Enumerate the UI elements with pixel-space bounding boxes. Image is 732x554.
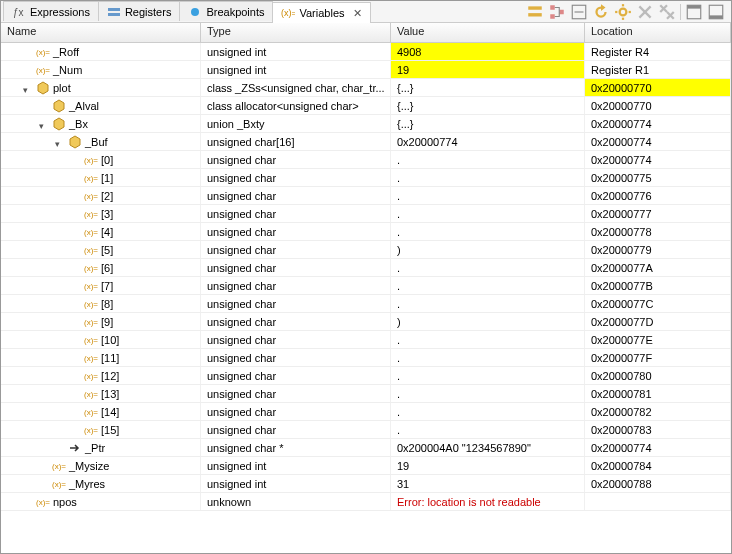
view-tabbar: ƒxExpressionsRegistersBreakpoints(x)=Var… bbox=[1, 1, 731, 23]
table-row[interactable]: (x)=[2]unsigned char.0x20000776 bbox=[1, 187, 731, 205]
table-row[interactable]: _Ptrunsigned char *0x200004A0 "123456789… bbox=[1, 439, 731, 457]
value-cell[interactable]: . bbox=[391, 295, 585, 312]
toolbar-show-type-icon[interactable] bbox=[526, 3, 544, 21]
table-row[interactable]: (x)=[14]unsigned char.0x20000782 bbox=[1, 403, 731, 421]
variable-icon: (x)= bbox=[84, 405, 98, 419]
table-row[interactable]: _Alvalclass allocator<unsigned char>{...… bbox=[1, 97, 731, 115]
value-cell[interactable]: . bbox=[391, 385, 585, 402]
value-cell[interactable]: . bbox=[391, 259, 585, 276]
value-cell[interactable]: . bbox=[391, 223, 585, 240]
value-cell[interactable]: . bbox=[391, 349, 585, 366]
toolbar-settings-icon[interactable] bbox=[614, 3, 632, 21]
twisty-placeholder bbox=[71, 209, 81, 219]
location-cell: 0x2000077A bbox=[585, 259, 731, 276]
table-row[interactable]: (x)=_Numunsigned int19Register R1 bbox=[1, 61, 731, 79]
svg-rect-1 bbox=[108, 8, 120, 11]
expand-icon[interactable] bbox=[39, 119, 49, 129]
table-row[interactable]: (x)=[12]unsigned char.0x20000780 bbox=[1, 367, 731, 385]
name-cell: (x)=[3] bbox=[1, 205, 201, 222]
toolbar-refresh-icon[interactable] bbox=[592, 3, 610, 21]
table-row[interactable]: (x)=[9]unsigned char)0x2000077D bbox=[1, 313, 731, 331]
toolbar-tree-icon[interactable] bbox=[548, 3, 566, 21]
variables-view: ƒxExpressionsRegistersBreakpoints(x)=Var… bbox=[0, 0, 732, 554]
tab-breakpoints[interactable]: Breakpoints bbox=[179, 1, 273, 21]
tab-registers[interactable]: Registers bbox=[98, 1, 180, 21]
toolbar-maximize-icon[interactable] bbox=[707, 3, 725, 21]
table-row[interactable]: _Bufunsigned char[16]0x200007740x2000077… bbox=[1, 133, 731, 151]
value-cell[interactable]: . bbox=[391, 151, 585, 168]
value-cell[interactable]: . bbox=[391, 277, 585, 294]
table-row[interactable]: (x)=[6]unsigned char.0x2000077A bbox=[1, 259, 731, 277]
toolbar-remove-icon[interactable] bbox=[636, 3, 654, 21]
value-cell[interactable]: ) bbox=[391, 313, 585, 330]
variables-grid[interactable]: (x)=_Roffunsigned int4908Register R4(x)=… bbox=[1, 43, 731, 553]
tab-label: Expressions bbox=[30, 6, 90, 18]
value-cell[interactable]: . bbox=[391, 205, 585, 222]
table-row[interactable]: (x)=[5]unsigned char)0x20000779 bbox=[1, 241, 731, 259]
type-cell: unsigned char[16] bbox=[201, 133, 391, 150]
variable-icon: (x)= bbox=[84, 279, 98, 293]
value-cell[interactable]: 31 bbox=[391, 475, 585, 492]
location-cell bbox=[585, 493, 731, 510]
header-name[interactable]: Name bbox=[1, 23, 201, 42]
table-row[interactable]: (x)=[13]unsigned char.0x20000781 bbox=[1, 385, 731, 403]
close-icon[interactable]: ✕ bbox=[353, 7, 362, 20]
expand-icon[interactable] bbox=[55, 137, 65, 147]
expand-icon[interactable] bbox=[23, 83, 33, 93]
tab-variables[interactable]: (x)=Variables✕ bbox=[272, 2, 370, 23]
table-row[interactable]: plotclass _ZSs<unsigned char, char_tr...… bbox=[1, 79, 731, 97]
twisty-placeholder bbox=[71, 353, 81, 363]
header-type[interactable]: Type bbox=[201, 23, 391, 42]
value-cell[interactable]: . bbox=[391, 421, 585, 438]
table-row[interactable]: (x)=[11]unsigned char.0x2000077F bbox=[1, 349, 731, 367]
value-cell[interactable]: . bbox=[391, 187, 585, 204]
value-cell[interactable]: . bbox=[391, 367, 585, 384]
table-row[interactable]: (x)=[8]unsigned char.0x2000077C bbox=[1, 295, 731, 313]
table-row[interactable]: (x)=[4]unsigned char.0x20000778 bbox=[1, 223, 731, 241]
svg-text:(x)=: (x)= bbox=[84, 156, 98, 165]
toolbar-remove-all-icon[interactable] bbox=[658, 3, 676, 21]
tab-expressions[interactable]: ƒxExpressions bbox=[3, 1, 99, 21]
location-cell: 0x20000778 bbox=[585, 223, 731, 240]
header-value[interactable]: Value bbox=[391, 23, 585, 42]
svg-text:(x)=: (x)= bbox=[84, 246, 98, 255]
value-cell[interactable]: . bbox=[391, 331, 585, 348]
value-cell[interactable]: Error: location is not readable bbox=[391, 493, 585, 510]
value-cell[interactable]: ) bbox=[391, 241, 585, 258]
value-cell[interactable]: {...} bbox=[391, 79, 585, 96]
name-cell: (x)=[1] bbox=[1, 169, 201, 186]
value-cell[interactable]: 4908 bbox=[391, 43, 585, 60]
table-row[interactable]: (x)=nposunknownError: location is not re… bbox=[1, 493, 731, 511]
table-row[interactable]: (x)=_Mysizeunsigned int190x20000784 bbox=[1, 457, 731, 475]
value-cell[interactable]: 19 bbox=[391, 61, 585, 78]
table-row[interactable]: (x)=[10]unsigned char.0x2000077E bbox=[1, 331, 731, 349]
value-cell[interactable]: {...} bbox=[391, 115, 585, 132]
table-row[interactable]: (x)=[7]unsigned char.0x2000077B bbox=[1, 277, 731, 295]
table-row[interactable]: (x)=_Myresunsigned int310x20000788 bbox=[1, 475, 731, 493]
svg-text:(x)=: (x)= bbox=[52, 480, 66, 489]
header-location[interactable]: Location bbox=[585, 23, 731, 42]
twisty-placeholder bbox=[39, 101, 49, 111]
variable-name: _Mysize bbox=[69, 460, 109, 472]
location-cell: 0x2000077C bbox=[585, 295, 731, 312]
value-cell[interactable]: . bbox=[391, 169, 585, 186]
table-row[interactable]: (x)=_Roffunsigned int4908Register R4 bbox=[1, 43, 731, 61]
value-cell[interactable]: . bbox=[391, 403, 585, 420]
variable-name: [7] bbox=[101, 280, 113, 292]
svg-text:(x)=: (x)= bbox=[84, 192, 98, 201]
table-row[interactable]: (x)=[15]unsigned char.0x20000783 bbox=[1, 421, 731, 439]
toolbar-collapse-icon[interactable] bbox=[570, 3, 588, 21]
value-cell[interactable]: 0x20000774 bbox=[391, 133, 585, 150]
variable-name: _Alval bbox=[69, 100, 99, 112]
table-row[interactable]: (x)=[1]unsigned char.0x20000775 bbox=[1, 169, 731, 187]
variable-icon: (x)= bbox=[84, 153, 98, 167]
table-row[interactable]: (x)=[0]unsigned char.0x20000774 bbox=[1, 151, 731, 169]
toolbar-minimize-icon[interactable] bbox=[685, 3, 703, 21]
type-cell: unsigned int bbox=[201, 43, 391, 60]
value-cell[interactable]: 0x200004A0 "1234567890" bbox=[391, 439, 585, 456]
value-cell[interactable]: 19 bbox=[391, 457, 585, 474]
table-row[interactable]: _Bxunion _Bxty{...}0x20000774 bbox=[1, 115, 731, 133]
value-cell[interactable]: {...} bbox=[391, 97, 585, 114]
table-row[interactable]: (x)=[3]unsigned char.0x20000777 bbox=[1, 205, 731, 223]
type-cell: unsigned char bbox=[201, 295, 391, 312]
